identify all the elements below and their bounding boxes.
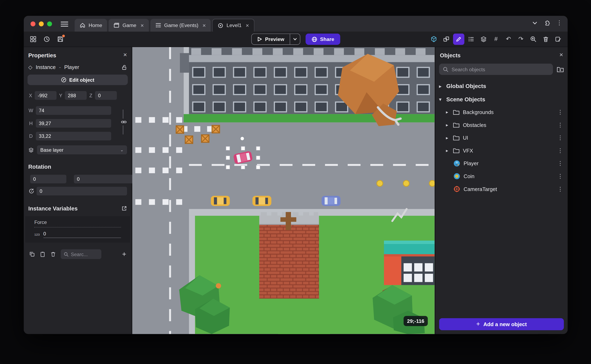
rotation-handle[interactable] [241, 137, 244, 140]
yellow-car-2[interactable] [252, 196, 271, 206]
unlock-icon[interactable] [121, 64, 127, 70]
folder-menu-icon[interactable]: ⋮ [558, 122, 563, 128]
objects-search-input[interactable] [452, 66, 549, 72]
object-menu-icon[interactable]: ⋮ [558, 160, 563, 167]
project-manager-button[interactable] [27, 33, 39, 45]
x-input[interactable] [35, 91, 57, 100]
object-menu-icon[interactable]: ⋮ [558, 186, 563, 192]
width-input[interactable] [36, 106, 111, 115]
group-global-objects[interactable]: ▸ Global Objects [435, 79, 568, 92]
y-input[interactable] [65, 91, 87, 100]
paste-icon[interactable] [40, 251, 46, 257]
main-menu-button[interactable] [60, 20, 69, 28]
folder-obstacles[interactable]: ▸ Obstacles ⋮ [435, 118, 568, 131]
variable-value[interactable]: 0 [43, 231, 121, 238]
object-coin[interactable]: Coin ⋮ [435, 170, 568, 183]
tab-game-events[interactable]: Game (Events) × [150, 19, 211, 32]
toggle-3d-view-button[interactable] [428, 33, 439, 45]
close-window-button[interactable] [31, 21, 35, 26]
delete-button[interactable] [540, 33, 551, 45]
toolbar-right-group: # ↶ ↷ [428, 33, 564, 45]
coords-badge-text: 29;-116 [407, 318, 424, 324]
teal-building[interactable] [384, 240, 435, 285]
close-properties-icon[interactable]: × [123, 51, 127, 59]
folder-vfx[interactable]: ▸ VFX ⋮ [435, 144, 568, 157]
folder-ui[interactable]: ▸ UI ⋮ [435, 131, 568, 144]
trash-icon [542, 36, 549, 43]
scene-editor-canvas[interactable]: 29;-116 [132, 47, 435, 334]
preview-options-button[interactable] [290, 34, 300, 45]
coords-badge: 29;-116 [404, 316, 428, 326]
add-folder-icon[interactable] [557, 66, 564, 72]
undo-icon: ↶ [506, 36, 511, 42]
object-cameratarget[interactable]: CameraTarget ⋮ [435, 183, 568, 195]
zoom-in-icon [530, 36, 537, 43]
add-variable-button[interactable]: + [122, 250, 126, 258]
edit-mode-button[interactable] [453, 33, 464, 45]
folder-menu-icon[interactable]: ⋮ [558, 109, 563, 116]
instances-list-button[interactable] [441, 33, 452, 45]
coin-thumbnail-icon [453, 173, 460, 180]
yellow-car-1[interactable] [211, 196, 230, 206]
tab-level1[interactable]: Level1 × [212, 19, 254, 32]
group-scene-objects[interactable]: ▾ Scene Objects [435, 92, 568, 106]
more-menu-icon[interactable]: ⋮ [556, 20, 562, 26]
folder-menu-icon[interactable]: ⋮ [558, 147, 563, 154]
instance-variables-title: Instance Variables [28, 205, 78, 211]
number-type-icon: 123 [34, 233, 40, 238]
depth-input[interactable] [36, 132, 111, 140]
add-new-object-button[interactable]: + Add a new object [439, 318, 564, 330]
copy-icon[interactable] [29, 251, 35, 257]
play-icon [257, 36, 262, 42]
share-button[interactable]: Share [305, 33, 340, 45]
grid-button[interactable]: # [490, 33, 502, 45]
object-label: Coin [464, 173, 474, 179]
folder-icon [453, 135, 459, 140]
z-input[interactable] [95, 91, 117, 100]
layer-dropdown[interactable]: Base layer ⌄ [37, 145, 127, 154]
tab-close-icon[interactable]: × [246, 22, 249, 29]
undo-button[interactable]: ↶ [503, 33, 514, 45]
objects-list-button[interactable] [465, 33, 477, 45]
rotation-x-input[interactable] [30, 175, 66, 183]
preview-button[interactable]: Preview [252, 34, 290, 45]
folder-menu-icon[interactable]: ⋮ [558, 135, 563, 141]
brick-building[interactable] [259, 212, 319, 299]
tab-game[interactable]: Game × [109, 19, 149, 32]
traffic-lights [31, 21, 52, 26]
redo-button[interactable]: ↷ [515, 33, 526, 45]
trash-icon[interactable] [50, 251, 56, 257]
tab-close-icon[interactable]: × [140, 22, 144, 28]
zoom-window-button[interactable] [47, 21, 52, 26]
zoom-button[interactable] [528, 33, 539, 45]
height-input[interactable] [36, 119, 111, 128]
layer-stack-icon [28, 147, 34, 153]
minimize-window-button[interactable] [39, 21, 44, 26]
lock-proportions-button[interactable] [121, 118, 127, 125]
variables-search-input[interactable] [71, 251, 95, 257]
object-player[interactable]: Player ⋮ [435, 157, 568, 170]
folder-backgrounds[interactable]: ▸ Backgrounds ⋮ [435, 106, 568, 119]
folder-icon [453, 110, 459, 115]
rotation-z-input[interactable] [36, 187, 127, 195]
variable-name[interactable]: Force [34, 220, 121, 228]
scene-canvas-svg[interactable]: 29;-116 [132, 47, 435, 334]
extensions-puzzle-icon[interactable] [544, 20, 550, 26]
close-objects-icon[interactable]: × [559, 51, 563, 59]
open-in-new-icon[interactable] [121, 206, 127, 211]
tab-home[interactable]: Home [75, 19, 107, 32]
history-button[interactable] [41, 33, 52, 45]
blue-car[interactable] [322, 196, 340, 206]
camera-target-icon [453, 186, 460, 192]
chevron-down-icon[interactable] [532, 20, 538, 26]
object-menu-icon[interactable]: ⋮ [558, 173, 563, 180]
group-label: Scene Objects [446, 96, 485, 102]
edit-object-button[interactable]: Edit object [27, 75, 128, 85]
rotation-title: Rotation [24, 154, 132, 171]
chevron-right-icon: ▸ [446, 110, 450, 115]
layers-button[interactable] [478, 33, 489, 45]
save-button[interactable] [55, 33, 66, 45]
position-row: X Y Z [24, 86, 132, 100]
tab-close-icon[interactable]: × [202, 22, 206, 28]
edit-scene-properties-button[interactable] [552, 33, 564, 45]
